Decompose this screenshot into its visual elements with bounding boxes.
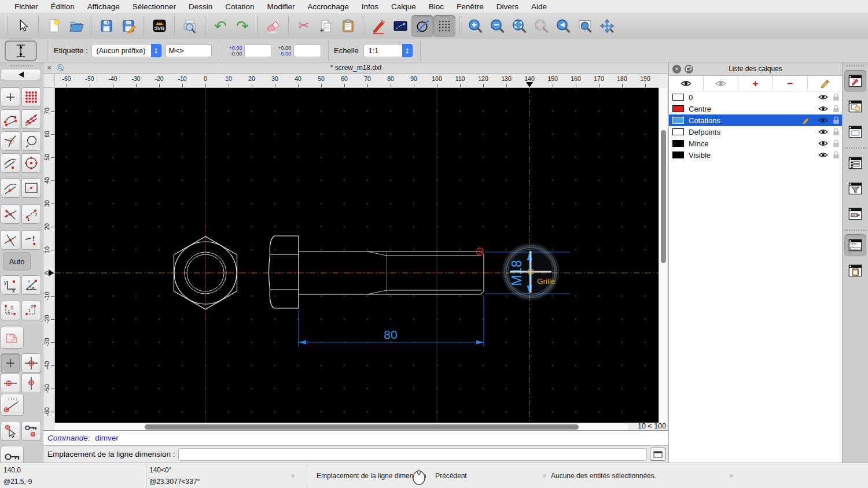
library-widget-toggle[interactable] <box>844 121 866 143</box>
menu-divers[interactable]: Divers <box>490 2 525 11</box>
menu-sélectionner[interactable]: Sélectionner <box>126 2 182 11</box>
line-attributes-button[interactable] <box>389 15 411 37</box>
snap-grid-button[interactable] <box>21 87 41 107</box>
snap-auto-button[interactable]: Auto <box>3 252 31 271</box>
tab-title[interactable]: * screw_m18.dxf <box>43 64 668 72</box>
restrict-orthogonal-button[interactable] <box>1 327 24 349</box>
menu-infos[interactable]: Infos <box>355 2 385 11</box>
dimension-vertical-tool-button[interactable] <box>5 40 37 61</box>
print-preview-button[interactable] <box>179 15 201 37</box>
open-file-button[interactable] <box>65 15 87 37</box>
zoom-previous-button[interactable] <box>552 15 574 37</box>
menu-modifier[interactable]: Modifier <box>260 2 301 11</box>
svg-export-button[interactable]: SVG <box>148 15 170 37</box>
hide-all-layers-button[interactable] <box>704 76 738 91</box>
menu-accrochage[interactable]: Accrochage <box>301 2 355 11</box>
echelle-dropdown[interactable]: 1:1 ▲▼ <box>363 44 413 57</box>
tolerance-upper-input[interactable] <box>244 45 272 57</box>
set-angle-button[interactable] <box>1 394 24 416</box>
coordinate-cartesian-button[interactable]: yx <box>1 275 20 295</box>
zoom-window-button[interactable] <box>574 15 596 37</box>
eye-icon[interactable] <box>818 117 828 124</box>
pen-tool-button[interactable] <box>367 15 389 37</box>
relative-zero-button[interactable] <box>1 446 24 463</box>
add-layer-button[interactable]: + <box>738 76 773 91</box>
layer-widget-toggle[interactable] <box>844 70 866 92</box>
edit-layer-button[interactable] <box>808 76 842 91</box>
snap-tangent-button[interactable] <box>1 153 20 173</box>
lock-icon[interactable] <box>833 105 840 113</box>
eye-icon[interactable] <box>818 151 828 158</box>
copy-button[interactable] <box>315 15 337 37</box>
undo-button[interactable]: ↶ <box>209 15 231 37</box>
layer-row-mince[interactable]: Mince <box>669 138 842 149</box>
snap-perpendicular-button[interactable] <box>1 131 20 151</box>
prefix-dropdown[interactable]: (Aucun préfixe) ▲▼ <box>91 44 162 57</box>
restrict-free-button[interactable] <box>1 353 20 373</box>
eye-icon[interactable] <box>818 128 828 135</box>
toolbar-drag-handle[interactable] <box>10 65 33 66</box>
snap-on-entity-button[interactable] <box>21 109 41 129</box>
layer-row-centre[interactable]: Centre <box>669 103 842 114</box>
block-widget-toggle[interactable] <box>844 95 866 117</box>
command-widget-toggle[interactable] <box>844 234 866 256</box>
entity-list-widget-toggle[interactable] <box>844 152 866 174</box>
dock-drag-handle[interactable] <box>847 65 864 66</box>
menu-fenêtre[interactable]: Fenêtre <box>450 2 490 11</box>
eye-icon[interactable] <box>818 105 828 112</box>
snap-middle-button[interactable] <box>1 178 20 198</box>
zoom-redraw-button[interactable] <box>530 15 552 37</box>
paste-button[interactable] <box>337 15 359 37</box>
command-input[interactable] <box>178 448 647 461</box>
redo-button[interactable]: ↷ <box>231 15 253 37</box>
snap-free-button[interactable] <box>1 87 20 107</box>
pick-coordinate-button[interactable] <box>1 421 20 441</box>
snap-reference-button[interactable] <box>21 178 41 198</box>
filter-widget-toggle[interactable] <box>844 178 866 199</box>
clipboard-widget-toggle[interactable] <box>844 260 866 282</box>
menu-dessin[interactable]: Dessin <box>182 2 219 11</box>
menu-édition[interactable]: Édition <box>45 2 81 11</box>
remove-layer-button[interactable]: − <box>773 76 808 91</box>
zoom-pan-button[interactable] <box>596 15 618 37</box>
restrict-nothing-button[interactable]: ! <box>21 230 41 250</box>
menu-calque[interactable]: Calque <box>385 2 422 11</box>
tolerance-lower-input[interactable] <box>293 45 321 57</box>
show-all-layers-button[interactable] <box>669 76 704 91</box>
lock-icon[interactable] <box>833 151 840 159</box>
layer-row-0[interactable]: 0 <box>669 91 842 103</box>
lock-relative-zero-button[interactable] <box>21 421 41 441</box>
panel-close-button[interactable]: × <box>672 65 681 73</box>
h-scrollbar-thumb[interactable] <box>145 424 579 430</box>
snap-endpoint-button[interactable] <box>1 109 20 129</box>
eye-icon[interactable] <box>818 94 828 101</box>
lock-icon[interactable] <box>833 93 840 101</box>
snap-distance-button[interactable]: 12 <box>21 204 41 224</box>
coordinate-polar-button[interactable]: ra <box>21 275 41 295</box>
restrict-vertical-button[interactable] <box>21 374 41 393</box>
zoom-out-button[interactable] <box>486 15 508 37</box>
snap-intersection-button[interactable] <box>1 204 20 224</box>
drawing-canvas[interactable]: 80 M18 Grille <box>55 88 659 423</box>
lock-icon[interactable] <box>833 116 840 124</box>
back-button[interactable] <box>1 69 41 80</box>
layer-row-visible[interactable]: Visible <box>669 149 842 161</box>
zoom-auto-button[interactable] <box>508 15 530 37</box>
menu-cotation[interactable]: Cotation <box>219 2 260 11</box>
snap-intersection-manual-button[interactable] <box>1 230 20 250</box>
cut-button[interactable]: ✂ <box>293 15 315 37</box>
restrict-horizontal-button[interactable] <box>1 374 20 393</box>
layer-row-cotations[interactable]: Cotations <box>669 114 842 126</box>
menu-aide[interactable]: Aide <box>525 2 553 11</box>
v-scrollbar-thumb[interactable] <box>661 130 666 263</box>
h-scrollbar[interactable] <box>55 423 628 430</box>
pen-palette-widget-toggle[interactable] <box>844 203 866 225</box>
snap-center-button[interactable] <box>21 153 41 173</box>
draft-mode-button[interactable] <box>411 15 433 37</box>
command-dock-button[interactable] <box>650 448 666 461</box>
dimension-label-input[interactable] <box>165 45 212 57</box>
menu-fichier[interactable]: Fichier <box>8 2 45 11</box>
pointer-tool-button[interactable] <box>12 15 34 37</box>
restrict-both-button[interactable] <box>21 353 41 373</box>
relative-polar-button[interactable]: 12 <box>21 301 41 320</box>
